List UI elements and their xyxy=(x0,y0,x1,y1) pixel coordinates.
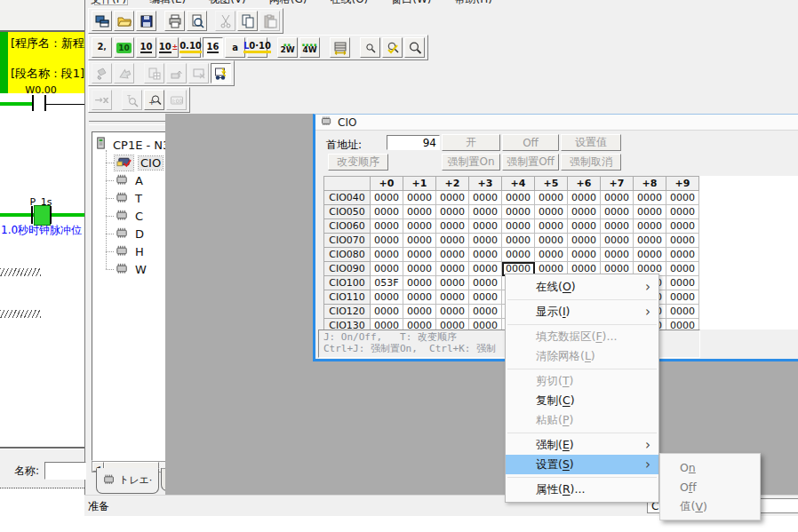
cell-CIO040-+6[interactable]: 0000 xyxy=(568,191,601,205)
cell-CIO050-+5[interactable]: 0000 xyxy=(535,205,568,219)
format-text-button[interactable]: a xyxy=(225,37,245,58)
column-header-+7[interactable]: +7 xyxy=(601,177,634,191)
cell-CIO040-+5[interactable]: 0000 xyxy=(535,191,568,205)
contact2-bar-left[interactable] xyxy=(31,206,33,224)
contact1-bar-right[interactable] xyxy=(44,95,46,111)
column-header-+3[interactable]: +3 xyxy=(469,177,502,191)
cell-CIO080-+4[interactable]: 0000 xyxy=(502,248,535,262)
submenu-set-on[interactable]: On xyxy=(660,457,760,477)
row-header-CIO080[interactable]: CIO080 xyxy=(324,248,371,262)
row-header-CIO050[interactable]: CIO050 xyxy=(324,205,371,219)
column-header-+0[interactable]: +0 xyxy=(371,177,403,191)
format-4word-button[interactable]: ▪▪▪▪4W xyxy=(299,37,320,58)
format-bcd-button[interactable]: 10 xyxy=(114,37,134,58)
cell-CIO050-+6[interactable]: 0000 xyxy=(568,205,601,219)
cell-CIO070-+3[interactable]: 0000 xyxy=(469,234,502,248)
cell-CIO120-+9[interactable]: 0000 xyxy=(666,305,699,319)
cell-CIO090-+1[interactable]: 0000 xyxy=(403,262,436,276)
cell-CIO130-+3[interactable]: 0000 xyxy=(469,319,502,330)
cell-CIO070-+4[interactable]: 0000 xyxy=(502,234,535,248)
cell-CIO110-+9[interactable]: 0000 xyxy=(666,290,699,305)
memory-window-titlebar[interactable]: CIO xyxy=(315,115,798,131)
context-menu-online[interactable]: 在线(O)› xyxy=(506,277,658,297)
cell-CIO120-+3[interactable]: 0000 xyxy=(469,305,502,319)
cell-CIO110-+1[interactable]: 0000 xyxy=(403,290,436,305)
tree-tab-0[interactable]: トレエ· xyxy=(96,468,159,494)
start-address-input[interactable] xyxy=(387,135,440,150)
cell-CIO040-+2[interactable]: 0000 xyxy=(436,191,469,205)
cell-CIO100-+9[interactable]: 0000 xyxy=(666,276,699,290)
context-menu-copy[interactable]: 复制(C) xyxy=(506,391,658,410)
cell-CIO050-+4[interactable]: 0000 xyxy=(502,205,535,219)
menu-item-2[interactable]: 视图(V) xyxy=(209,0,246,7)
menu-item-6[interactable]: 帮助(H) xyxy=(455,0,492,7)
row-header-CIO070[interactable]: CIO070 xyxy=(324,234,371,248)
cell-CIO130-+2[interactable]: 0000 xyxy=(436,319,469,330)
cell-CIO070-+0[interactable]: 0000 xyxy=(371,234,403,248)
cell-CIO050-+2[interactable]: 0000 xyxy=(436,205,469,219)
cell-CIO040-+4[interactable]: 0000 xyxy=(502,191,535,205)
monitor-button[interactable] xyxy=(211,63,231,83)
context-menu-display[interactable]: 显示(I)› xyxy=(506,302,658,322)
column-header-+4[interactable]: +4 xyxy=(502,177,535,191)
cell-CIO060-+7[interactable]: 0000 xyxy=(601,219,634,234)
cell-CIO070-+1[interactable]: 0000 xyxy=(403,234,436,248)
format-hex-button[interactable]: 16 xyxy=(203,37,223,58)
column-header-+9[interactable]: +9 xyxy=(666,177,699,191)
menu-item-4[interactable]: 在线(O) xyxy=(330,0,368,7)
submenu-set-value[interactable]: 值(V) xyxy=(660,496,760,516)
row-header-CIO110[interactable]: CIO110 xyxy=(324,290,371,305)
cell-CIO080-+7[interactable]: 0000 xyxy=(601,248,634,262)
row-header-CIO120[interactable]: CIO120 xyxy=(324,305,371,319)
cell-CIO060-+6[interactable]: 0000 xyxy=(568,219,601,234)
cell-CIO050-+8[interactable]: 0000 xyxy=(634,205,666,219)
cell-CIO060-+8[interactable]: 0000 xyxy=(634,219,666,234)
cell-CIO130-+1[interactable]: 0000 xyxy=(403,319,436,330)
cell-CIO110-+0[interactable]: 0000 xyxy=(371,290,403,305)
row-header-CIO130[interactable]: CIO130 xyxy=(324,319,371,330)
cell-CIO040-+1[interactable]: 0000 xyxy=(403,191,436,205)
cell-CIO090-+0[interactable]: 0000 xyxy=(371,262,403,276)
zoom-out-button[interactable] xyxy=(360,37,380,58)
cell-CIO120-+1[interactable]: 0000 xyxy=(403,305,436,319)
row-header-CIO090[interactable]: CIO090 xyxy=(324,262,371,276)
cell-CIO070-+2[interactable]: 0000 xyxy=(436,234,469,248)
print-preview-button[interactable] xyxy=(187,11,207,31)
save-button[interactable] xyxy=(136,11,156,31)
column-header-+2[interactable]: +2 xyxy=(436,177,469,191)
copy-button[interactable] xyxy=(237,11,258,31)
cell-CIO080-+8[interactable]: 0000 xyxy=(634,248,666,262)
cell-CIO040-+9[interactable]: 0000 xyxy=(666,191,699,205)
cell-CIO050-+9[interactable]: 0000 xyxy=(666,205,699,219)
format-double-float-button[interactable]: L0·10 xyxy=(247,37,267,58)
row-header-CIO040[interactable]: CIO040 xyxy=(324,191,371,205)
cell-CIO050-+0[interactable]: 0000 xyxy=(371,205,403,219)
column-header-+6[interactable]: +6 xyxy=(568,177,601,191)
cell-CIO080-+2[interactable]: 0000 xyxy=(436,248,469,262)
cell-CIO040-+0[interactable]: 0000 xyxy=(371,191,403,205)
resize-columns-button[interactable] xyxy=(330,37,350,58)
cell-CIO050-+3[interactable]: 0000 xyxy=(469,205,502,219)
cell-CIO080-+5[interactable]: 0000 xyxy=(535,248,568,262)
contact2-bar-right[interactable] xyxy=(50,206,52,224)
cell-CIO080-+0[interactable]: 0000 xyxy=(371,248,403,262)
cell-CIO090-+9[interactable]: 0000 xyxy=(666,262,699,276)
cell-CIO050-+7[interactable]: 0000 xyxy=(601,205,634,219)
contact1-bar-left[interactable] xyxy=(32,95,34,111)
cell-CIO040-+3[interactable]: 0000 xyxy=(469,191,502,205)
menu-item-1[interactable]: 编辑(E) xyxy=(149,0,186,7)
print-button[interactable] xyxy=(164,11,185,31)
cell-CIO070-+7[interactable]: 0000 xyxy=(601,234,634,248)
name-input[interactable] xyxy=(44,462,86,480)
cell-CIO050-+1[interactable]: 0000 xyxy=(403,205,436,219)
cell-CIO060-+9[interactable]: 0000 xyxy=(666,219,699,234)
cell-CIO100-+2[interactable]: 0000 xyxy=(436,276,469,290)
format-float-button[interactable]: 0.10 xyxy=(180,37,201,58)
cell-CIO090-+3[interactable]: 0000 xyxy=(469,262,502,276)
cell-CIO080-+6[interactable]: 0000 xyxy=(568,248,601,262)
cell-CIO060-+1[interactable]: 0000 xyxy=(403,219,436,234)
cell-CIO070-+8[interactable]: 0000 xyxy=(634,234,666,248)
context-menu-force[interactable]: 强制(E)› xyxy=(506,435,658,455)
menu-item-0[interactable]: 文件(F) xyxy=(91,0,126,7)
cell-CIO130-+9[interactable]: 0000 xyxy=(666,319,699,330)
